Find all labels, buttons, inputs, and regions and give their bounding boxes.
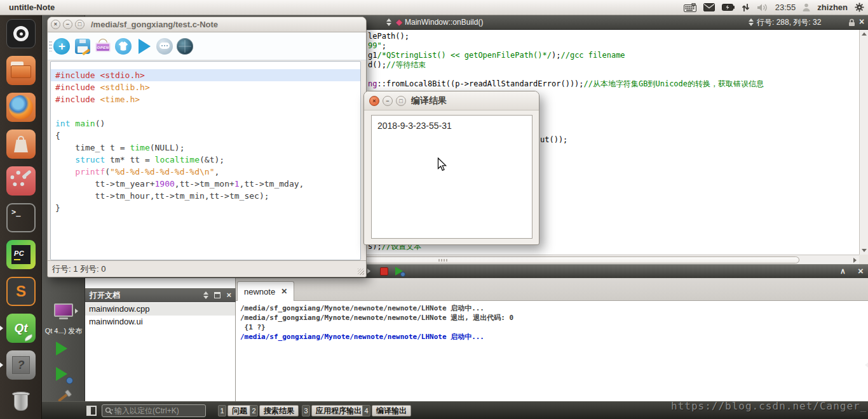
code-line: } [51, 202, 360, 214]
output-tab-label: newnote [244, 287, 275, 296]
launcher-item-software-center[interactable] [6, 130, 36, 159]
output-line: /media/sf_gongxiang/Mynote/newnote/newno… [240, 332, 513, 342]
web-icon[interactable] [177, 38, 193, 55]
stop-button[interactable] [380, 267, 388, 276]
note-titlebar[interactable]: × − □ /media/sf_gongxiang/test.c-Note [48, 17, 366, 32]
pane-minimize-icon[interactable]: ∧ [840, 265, 846, 278]
panel-close-icon[interactable]: × [226, 292, 231, 298]
volume-icon[interactable] [757, 3, 768, 12]
panel-split-icon[interactable] [214, 292, 220, 298]
line-column-indicator: 行号: 288, 列号: 32 [757, 15, 821, 29]
symbol-diamond-icon: ◆ [396, 15, 402, 29]
open-document-mainwindow.ui[interactable]: mainwindow.ui [85, 316, 235, 328]
output-line: /media/sf_gongxiang/Mynote/newnote/newno… [240, 303, 513, 313]
scroll-up-icon[interactable] [860, 30, 868, 38]
debug-gear-icon [66, 377, 73, 384]
message-icon[interactable] [156, 38, 173, 55]
pane-label: 应用程序输出 [311, 405, 366, 416]
output-pane-button-3[interactable]: 3应用程序输出 [302, 405, 366, 416]
toolbar-grip-icon[interactable] [49, 41, 52, 51]
scroll-down-icon[interactable] [860, 246, 868, 255]
running-indicator-icon [0, 326, 3, 331]
session-gear-icon[interactable] [855, 3, 864, 12]
target-selector-icon[interactable] [54, 303, 73, 317]
debug-button[interactable] [56, 367, 67, 381]
launcher-item-ubuntu-dash[interactable] [6, 19, 36, 48]
pane-number: 1 [218, 405, 226, 416]
symbol-spinner-icon[interactable] [386, 18, 391, 26]
system-tray: 23:55 zhizhen [684, 0, 864, 15]
code-line: tt->tm_hour,tt->tm_min,tt->tm_sec); [51, 190, 360, 202]
mail-icon[interactable] [703, 3, 715, 11]
close-button[interactable]: × [51, 20, 60, 29]
sync-arrows-icon[interactable] [742, 3, 750, 12]
pane-label: 问题 [227, 405, 252, 416]
launcher-item-note-app[interactable]: ? [6, 350, 36, 380]
launcher-item-terminal[interactable]: >_ [6, 203, 36, 232]
launcher-item-system-settings[interactable] [6, 166, 36, 196]
locator[interactable] [102, 404, 206, 417]
panel-spinner-icon[interactable] [203, 291, 208, 299]
new-note-icon[interactable]: + [53, 38, 70, 55]
tab-close-icon[interactable]: ✕ [281, 287, 287, 296]
minimize-button[interactable]: − [383, 96, 393, 106]
pane-label: 搜索结果 [259, 405, 299, 416]
output-pane-button-2[interactable]: 2搜索结果 [250, 405, 299, 416]
debug-run-icon[interactable] [395, 267, 405, 277]
compile-output-text[interactable]: 2018-9-3-23-55-31 [371, 115, 532, 239]
build-run-icon[interactable] [136, 38, 153, 55]
session-username[interactable]: zhizhen [817, 3, 848, 12]
code-line: struct tm* tt = localtime(&t); [51, 154, 360, 166]
current-symbol-dropdown[interactable]: MainWindow::onBuild() [405, 15, 483, 29]
lock-icon[interactable] [848, 18, 855, 27]
sidebar-toggle-icon[interactable] [86, 406, 97, 416]
theme-icon[interactable] [115, 38, 132, 55]
running-indicator-icon [0, 362, 3, 368]
output-tab-strip: newnote ✕ [236, 278, 868, 301]
launcher-item-files[interactable] [6, 56, 36, 85]
focused-indicator-icon [865, 362, 868, 368]
scroll-right-icon[interactable] [850, 256, 859, 264]
keyboard-icon[interactable] [684, 3, 696, 12]
application-output-pane: newnote ✕ /media/sf_gongxiang/Mynote/new… [236, 278, 868, 401]
editor-close-icon[interactable]: × [859, 15, 864, 29]
save-icon[interactable] [74, 38, 91, 55]
output-pane-button-1[interactable]: 1问题 [218, 405, 252, 416]
code-line: 99"; [368, 41, 764, 51]
minimize-button[interactable]: − [63, 20, 72, 29]
code-line: #include <time.h> [51, 93, 360, 105]
note-window-title: /media/sf_gongxiang/test.c-Note [91, 17, 218, 32]
close-button[interactable]: × [369, 96, 379, 106]
locator-input[interactable] [114, 406, 191, 415]
code-line: lePath(); [368, 32, 764, 41]
maximize-button[interactable]: □ [75, 20, 85, 29]
launcher-item-trash[interactable] [6, 387, 36, 416]
open-document-mainwindow.cpp[interactable]: mainwindow.cpp [85, 303, 235, 316]
battery-icon[interactable] [722, 4, 735, 11]
resize-grip[interactable] [358, 269, 364, 275]
launcher-item-firefox[interactable] [6, 93, 36, 122]
output-tab-newnote[interactable]: newnote ✕ [237, 281, 294, 301]
maximize-button[interactable]: □ [396, 96, 406, 106]
code-line: #include <stdlib.h> [51, 81, 360, 93]
target-expand-icon[interactable] [75, 309, 78, 314]
code-line: int main() [51, 117, 360, 130]
output-log: /media/sf_gongxiang/Mynote/newnote/newno… [240, 303, 513, 342]
dialog-titlebar[interactable]: × − □ 编译结果 [364, 91, 539, 110]
run-button[interactable] [56, 342, 67, 356]
output-pane-button-4[interactable]: 4编译输出 [362, 405, 411, 416]
open-icon[interactable]: OPEN [95, 38, 111, 55]
launcher-item-sublime-text[interactable]: S [6, 277, 36, 306]
launcher-item-qt-creator[interactable]: Qt [6, 314, 36, 343]
code-line: ng::fromLocal8Bit((p->readAllStandardErr… [368, 79, 764, 89]
clock[interactable]: 23:55 [775, 3, 796, 12]
note-editor[interactable]: #include <stdio.h>#include <stdlib.h>#in… [50, 61, 361, 260]
launcher-item-pycharm[interactable]: PC [6, 240, 36, 269]
linecol-spinner-icon[interactable] [749, 18, 754, 26]
pane-close-icon[interactable]: × [858, 265, 864, 277]
pane-number: 3 [302, 405, 310, 416]
editor-vertical-scrollbar[interactable] [859, 30, 868, 255]
code-line: d();//等待结束 [368, 60, 764, 70]
note-toolbar: +OPEN [48, 32, 366, 60]
dialog-title: 编译结果 [411, 91, 447, 110]
